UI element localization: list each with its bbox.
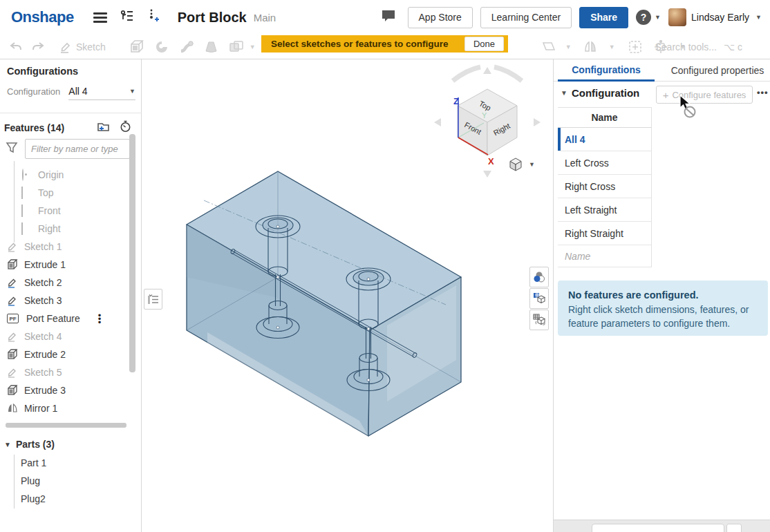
feature-item-sketch1[interactable]: Sketch 1: [0, 238, 127, 256]
shortcut-hint: ⌥ c: [724, 41, 742, 53]
app-header: Onshape Port Block Main App Store Learni…: [0, 0, 770, 35]
versions-icon[interactable]: [120, 9, 135, 26]
document-title: Port Block: [178, 10, 247, 26]
info-title: No features are configured.: [568, 289, 758, 301]
configurations-panel-button[interactable]: [529, 288, 549, 309]
config-row-left-straight[interactable]: Left Straight: [558, 198, 652, 222]
config-row-all4[interactable]: All 4: [558, 128, 652, 151]
tab-configured-properties[interactable]: Configured properties: [666, 59, 769, 82]
features-horizontal-scrollbar[interactable]: [6, 423, 126, 428]
undo-icon[interactable]: [10, 41, 22, 53]
panel-bottom-scrollbar: [554, 520, 770, 532]
config-row-left-cross[interactable]: Left Cross: [558, 151, 652, 175]
config-row-right-cross[interactable]: Right Cross: [558, 175, 652, 198]
feature-item-extrude3[interactable]: Extrude 3: [0, 381, 127, 399]
axis-x-label: X: [488, 156, 494, 167]
bottom-tab[interactable]: [592, 524, 724, 532]
collapse-feature-list-button[interactable]: [144, 289, 162, 310]
feature-context-menu-icon[interactable]: •••: [98, 314, 102, 324]
extrude-icon: [7, 259, 18, 270]
part-item-plug2[interactable]: Plug2: [21, 490, 131, 508]
help-icon[interactable]: ?: [636, 10, 651, 25]
feature-label: Right: [38, 223, 61, 234]
feature-tree: Origin Top Front Right Sketch 1 E: [0, 161, 142, 429]
feature-item-sketch5[interactable]: Sketch 5: [0, 363, 127, 381]
boolean-icon[interactable]: [229, 40, 245, 54]
create-folder-icon[interactable]: [97, 121, 110, 135]
features-vertical-scrollbar[interactable]: [129, 134, 135, 372]
chevron-down-icon: ▼: [4, 441, 11, 448]
graphics-area[interactable]: Top Front Right Y Z X ▼: [142, 59, 553, 532]
pattern-mirror-icon[interactable]: [583, 40, 599, 54]
sketch-icon: [7, 367, 18, 378]
bottom-tab-small[interactable]: [726, 524, 742, 532]
feature-item-extrude2[interactable]: Extrude 2: [0, 345, 127, 363]
main-menu-icon[interactable]: [93, 10, 107, 25]
feature-label: Sketch 5: [24, 367, 62, 378]
done-button[interactable]: Done: [464, 37, 504, 51]
feature-label: Mirror 1: [24, 403, 57, 414]
user-menu[interactable]: Lindsay Early ▼: [668, 8, 762, 26]
parts-section-header[interactable]: ▼ Parts (3): [4, 439, 135, 450]
loft-icon[interactable]: [204, 40, 219, 54]
view-orientation-button[interactable]: ▼: [508, 157, 535, 172]
cube-icon: [508, 157, 523, 172]
filter-funnel-icon[interactable]: [6, 142, 18, 156]
feature-item-top-plane[interactable]: Top: [0, 184, 127, 202]
part-item-plug[interactable]: Plug: [21, 472, 131, 490]
feature-item-front-plane[interactable]: Front: [0, 202, 127, 220]
configured-properties-panel-button[interactable]: [529, 310, 549, 330]
plane-icon: [21, 205, 32, 216]
info-body: Right click sketch dimensions, features,…: [568, 303, 758, 331]
comment-icon[interactable]: [381, 9, 396, 26]
panel-more-menu-icon[interactable]: •••: [757, 87, 769, 97]
insert-new-element-icon[interactable]: [147, 8, 160, 26]
history-stopwatch-icon[interactable]: [120, 120, 131, 135]
configure-mode-banner: Select sketches or features to configure…: [261, 35, 508, 53]
sketch-button[interactable]: Sketch: [59, 41, 106, 53]
user-name: Lindsay Early: [691, 12, 749, 23]
revolve-icon[interactable]: [154, 40, 169, 54]
help-menu[interactable]: ? ▼: [636, 10, 661, 25]
feature-item-right-plane[interactable]: Right: [0, 220, 127, 238]
banner-text: Select sketches or features to configure: [271, 39, 464, 49]
app-store-button[interactable]: App Store: [408, 7, 473, 28]
appearance-panel-button[interactable]: [529, 267, 549, 287]
chevron-down-icon[interactable]: ▼: [609, 44, 615, 50]
column-header-name[interactable]: Name: [558, 108, 652, 128]
chevron-down-icon[interactable]: ▼: [250, 44, 256, 50]
redo-icon[interactable]: [32, 41, 44, 53]
workspace-name: Main: [254, 12, 276, 23]
feature-item-sketch4[interactable]: Sketch 4: [0, 327, 127, 345]
axis-y-label: Y: [482, 111, 487, 120]
feature-item-mirror1[interactable]: Mirror 1: [0, 399, 127, 417]
chevron-down-icon: ▼: [755, 14, 762, 21]
feature-item-sketch2[interactable]: Sketch 2: [0, 274, 127, 292]
parts-title: Parts (3): [16, 439, 55, 450]
feature-item-port-feature[interactable]: PF Port Feature •••: [0, 310, 127, 327]
feature-item-extrude1[interactable]: Extrude 1: [0, 256, 127, 274]
learning-center-button[interactable]: Learning Center: [480, 7, 572, 28]
sketch-icon: [7, 295, 18, 306]
feature-item-sketch3[interactable]: Sketch 3: [0, 292, 127, 310]
plane-icon[interactable]: [539, 40, 556, 54]
filter-input[interactable]: [25, 139, 130, 159]
avatar[interactable]: [668, 8, 686, 26]
share-button[interactable]: Share: [579, 7, 628, 28]
config-row-new[interactable]: Name: [558, 245, 652, 267]
custom-feature-pf-icon: PF: [7, 313, 20, 324]
sweep-icon[interactable]: [179, 40, 194, 54]
search-tools-input[interactable]: Search tools... ⌥ c: [655, 41, 742, 53]
feature-item-origin[interactable]: Origin: [0, 166, 127, 184]
configuration-section-header[interactable]: ▼ Configuration: [559, 87, 639, 99]
info-message-box: No features are configured. Right click …: [558, 281, 768, 336]
extrude-icon[interactable]: [129, 40, 144, 54]
part-item-part1[interactable]: Part 1: [21, 454, 131, 472]
configuration-panel: Configurations Configured properties ▼ C…: [553, 59, 770, 532]
config-row-right-straight[interactable]: Right Straight: [558, 222, 652, 245]
tab-configurations[interactable]: Configurations: [558, 59, 655, 82]
configuration-dropdown[interactable]: All 4 ▼: [68, 82, 135, 100]
chevron-down-icon[interactable]: ▼: [565, 44, 572, 50]
configure-features-button[interactable]: + Configure features: [656, 86, 753, 104]
insert-plus-icon[interactable]: [628, 40, 643, 54]
